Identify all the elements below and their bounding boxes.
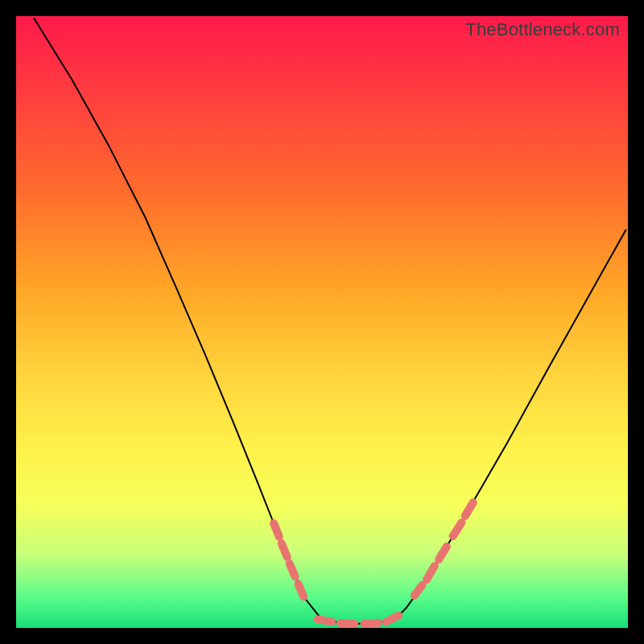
trough-marker bbox=[298, 584, 303, 597]
trough-marker bbox=[465, 502, 473, 516]
plot-area: TheBottleneck.com bbox=[16, 16, 628, 628]
trough-marker bbox=[290, 564, 295, 576]
trough-marker bbox=[282, 543, 287, 557]
trough-marker bbox=[274, 523, 279, 537]
trough-marker-group bbox=[274, 502, 473, 624]
trough-marker bbox=[341, 623, 355, 624]
trough-marker bbox=[427, 566, 435, 580]
trough-marker bbox=[439, 547, 447, 559]
trough-marker bbox=[453, 522, 462, 536]
trough-marker bbox=[364, 623, 378, 624]
chart-svg bbox=[16, 16, 628, 628]
trough-marker bbox=[415, 585, 423, 596]
trough-marker bbox=[386, 616, 398, 622]
chart-frame: TheBottleneck.com bbox=[0, 0, 644, 644]
bottleneck-curve bbox=[34, 18, 626, 623]
trough-marker bbox=[318, 619, 332, 621]
